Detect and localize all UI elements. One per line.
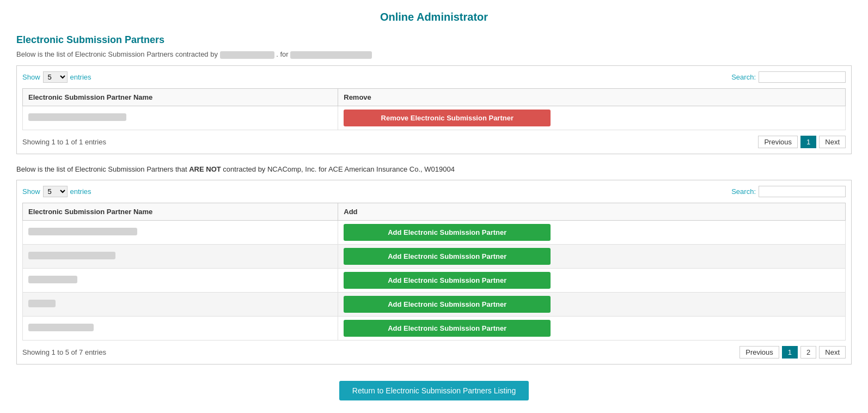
section2-add-cell: Add Electronic Submission Partner [338, 244, 846, 268]
redacted-name-s2-3 [28, 300, 56, 307]
section1-table-container: Show 5 10 25 entries Search: Electronic … [16, 65, 852, 154]
section1-remove-cell: Remove Electronic Submission Partner [338, 106, 846, 130]
section1-col-remove: Remove [338, 88, 846, 106]
redacted-name-s2-1 [28, 252, 115, 259]
table-row: Add Electronic Submission Partner [23, 220, 846, 244]
add-partner-button-2[interactable]: Add Electronic Submission Partner [344, 272, 551, 289]
section2-controls: Show 5 10 25 entries Search: [22, 186, 846, 197]
section2-page2-btn[interactable]: 2 [800, 346, 816, 359]
section2-partner-name-cell [23, 316, 338, 340]
redacted-name-s2-0 [28, 228, 137, 235]
section2-prev-btn[interactable]: Previous [739, 346, 779, 359]
add-partner-button-0[interactable]: Add Electronic Submission Partner [344, 224, 551, 241]
redacted-name-s2-2 [28, 276, 77, 283]
section2-page1-btn[interactable]: 1 [782, 346, 798, 359]
page-title: Online Administrator [16, 11, 852, 23]
table-row: Add Electronic Submission Partner [23, 316, 846, 340]
footer: Return to Electronic Submission Partners… [16, 381, 852, 400]
section1-showing: Showing 1 to 1 of 1 entries [22, 138, 106, 146]
section2-bold: ARE NOT [189, 165, 221, 173]
section2-partner-name-cell [23, 268, 338, 292]
table-row: Add Electronic Submission Partner [23, 244, 846, 268]
section2-pagination: Showing 1 to 5 of 7 entries Previous 1 2… [22, 346, 846, 359]
section2-header-row: Electronic Submission Partner Name Add [23, 203, 846, 220]
show-label-2: Show [22, 187, 40, 196]
search-label-2: Search: [731, 187, 756, 196]
search-label-1: Search: [731, 73, 756, 81]
section2-col-add: Add [338, 203, 846, 220]
redacted-company1 [220, 51, 274, 59]
section1-next-btn[interactable]: Next [819, 136, 846, 148]
section1-controls: Show 5 10 25 entries Search: [22, 71, 846, 83]
section2-search-input[interactable] [759, 186, 846, 197]
return-button[interactable]: Return to Electronic Submission Partners… [339, 381, 529, 400]
add-partner-button-4[interactable]: Add Electronic Submission Partner [344, 320, 551, 337]
redacted-name-1 [28, 113, 126, 121]
redacted-name-s2-4 [28, 324, 94, 331]
section2-col-name: Electronic Submission Partner Name [23, 203, 338, 220]
section1-search-box: Search: [731, 71, 846, 83]
remove-partner-button[interactable]: Remove Electronic Submission Partner [344, 110, 551, 126]
section2-table: Electronic Submission Partner Name Add A… [22, 203, 846, 341]
entries-label-2: entries [70, 187, 91, 196]
section1-subtitle: Below is the list of Electronic Submissi… [16, 50, 852, 59]
section2-desc: Below is the list of Electronic Submissi… [16, 165, 852, 173]
section2-partner-name-cell [23, 292, 338, 316]
section1-partner-name-cell [23, 106, 338, 130]
section2-add-cell: Add Electronic Submission Partner [338, 220, 846, 244]
add-partner-button-1[interactable]: Add Electronic Submission Partner [344, 248, 551, 265]
add-partner-button-3[interactable]: Add Electronic Submission Partner [344, 296, 551, 313]
section2-show-entries: Show 5 10 25 entries [22, 186, 91, 197]
section1-header-row: Electronic Submission Partner Name Remov… [23, 88, 846, 106]
section1-heading: Electronic Submission Partners [16, 34, 852, 46]
section1-show-entries: Show 5 10 25 entries [22, 71, 91, 83]
table-row: Add Electronic Submission Partner [23, 292, 846, 316]
section1-search-input[interactable] [759, 71, 846, 83]
entries-label-1: entries [70, 73, 91, 81]
section1-prev-btn[interactable]: Previous [758, 136, 798, 148]
table-row: Add Electronic Submission Partner [23, 268, 846, 292]
section2-next-btn[interactable]: Next [819, 346, 846, 359]
section2-add-cell: Add Electronic Submission Partner [338, 268, 846, 292]
section1-col-name: Electronic Submission Partner Name [23, 88, 338, 106]
section1-show-select[interactable]: 5 10 25 [43, 71, 68, 83]
section1-table: Electronic Submission Partner Name Remov… [22, 88, 846, 130]
section2-show-select[interactable]: 5 10 25 [43, 186, 68, 197]
show-label-1: Show [22, 73, 40, 81]
redacted-company2 [290, 51, 372, 59]
section2-add-cell: Add Electronic Submission Partner [338, 292, 846, 316]
section2-search-box: Search: [731, 186, 846, 197]
section2-partner-name-cell [23, 220, 338, 244]
section2-add-cell: Add Electronic Submission Partner [338, 316, 846, 340]
table-row: Remove Electronic Submission Partner [23, 106, 846, 130]
section1-page1-btn[interactable]: 1 [800, 136, 816, 148]
section2-partner-name-cell [23, 244, 338, 268]
section2-showing: Showing 1 to 5 of 7 entries [22, 348, 106, 356]
section2-table-container: Show 5 10 25 entries Search: Electronic … [16, 180, 852, 365]
section1-pagination: Showing 1 to 1 of 1 entries Previous 1 N… [22, 136, 846, 148]
